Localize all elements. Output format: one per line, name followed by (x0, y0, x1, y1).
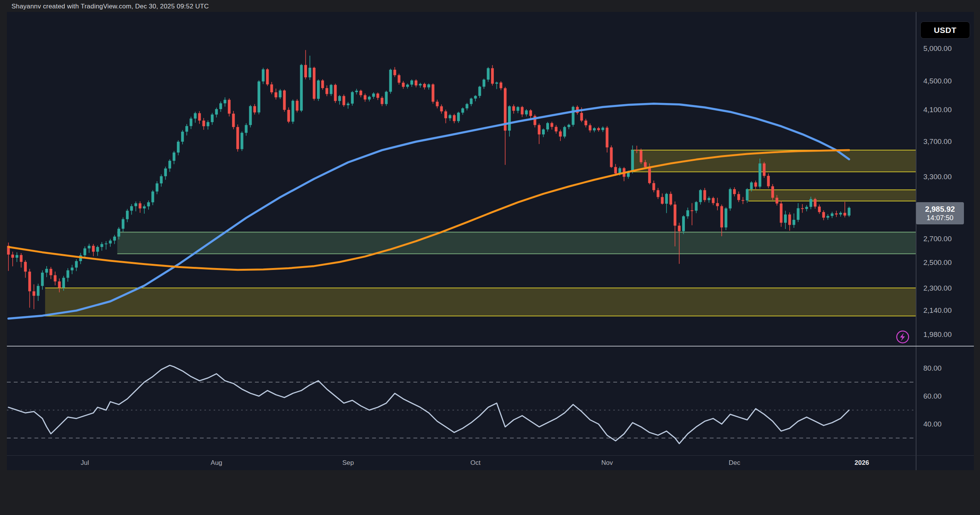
candle-body (788, 214, 791, 225)
candle-body (343, 96, 345, 105)
candle-body (71, 268, 74, 270)
candle-body (542, 129, 545, 134)
candle-body (453, 115, 456, 121)
candle-body (419, 84, 421, 85)
time-axis-label-oct: Oct (470, 459, 480, 467)
candle-body (100, 244, 103, 247)
candle-body (512, 106, 515, 111)
candle-body (495, 83, 498, 84)
candle-body (470, 98, 472, 104)
rsi-pane-separator (7, 455, 974, 456)
candle-body (729, 189, 732, 208)
candle-body (33, 291, 35, 296)
candle-body (478, 87, 481, 96)
candle-body (181, 132, 184, 142)
candle-body (83, 249, 86, 255)
footer-bar: TradingView (0, 470, 980, 515)
candle-body (563, 127, 566, 137)
rsi-line (8, 365, 849, 443)
candle-body (168, 161, 171, 168)
candle-body (640, 150, 642, 162)
candle-body (45, 269, 48, 273)
candle-body (597, 128, 600, 130)
candle-body (550, 123, 553, 127)
candle-body (415, 80, 417, 85)
candle-body (130, 206, 133, 211)
candle-body (500, 83, 502, 88)
zone-support-green (117, 232, 916, 254)
candle-body (644, 162, 647, 167)
time-axis-label-aug: Aug (211, 459, 222, 467)
candle-body (266, 69, 269, 84)
candle-body (763, 163, 766, 176)
candle-body (75, 261, 78, 268)
candle-body (546, 123, 549, 129)
candle-body (309, 68, 311, 77)
price-axis-label: 3,300.00 (923, 173, 952, 181)
candle-body (457, 113, 460, 121)
candle-body (381, 98, 383, 104)
candle-body (835, 213, 838, 214)
candle-body (54, 275, 56, 281)
candle-body (771, 186, 774, 198)
candle-body (203, 121, 205, 126)
candle-body (585, 121, 587, 125)
price-axis-border (916, 12, 916, 470)
currency-badge[interactable]: USDT (920, 21, 970, 39)
tradingview-snapshot: Shayannv created with TradingView.com, D… (0, 0, 980, 515)
candle-body (11, 255, 14, 258)
candle-body (516, 107, 519, 111)
candle-body (211, 114, 214, 122)
time-axis-label-nov: Nov (601, 459, 613, 467)
rsi-axis-label: 60.00 (923, 392, 942, 401)
candle-body (538, 125, 541, 135)
zone-support-deep (45, 288, 916, 316)
candlestick-chart[interactable] (0, 0, 980, 515)
price-axis-label: 4,100.00 (923, 106, 952, 114)
candle-body (173, 152, 175, 160)
candle-body (372, 93, 375, 96)
candle-body (686, 210, 689, 216)
candle-body (368, 97, 371, 100)
candle-body (593, 128, 596, 131)
pane-separator[interactable] (7, 346, 974, 347)
rsi-axis-label: 40.00 (923, 420, 942, 428)
candle-body (431, 84, 434, 101)
candle-body (355, 91, 358, 92)
candle-body (313, 68, 315, 99)
candle-body (334, 85, 336, 101)
candle-body (444, 111, 447, 118)
candle-body (657, 190, 659, 197)
candle-body (572, 107, 574, 125)
candle-body (41, 273, 44, 286)
candle-body (325, 88, 328, 94)
candle-body (283, 90, 286, 110)
candle-body (818, 206, 821, 212)
candle-body (661, 197, 663, 204)
candle-body (376, 93, 379, 98)
candle-body (746, 189, 748, 200)
candle-body (189, 119, 192, 126)
candle-body (491, 68, 494, 83)
price-axis-label: 2,500.00 (923, 258, 952, 267)
candle-body (529, 110, 532, 116)
candle-body (423, 84, 426, 87)
candle-body (16, 255, 18, 258)
candle-body (559, 131, 562, 136)
candle-body (304, 65, 307, 77)
candle-body (695, 202, 697, 211)
candle-body (215, 109, 218, 114)
current-price-value: 2,985.92 (925, 204, 955, 214)
candle-body (143, 206, 145, 208)
candle-body (279, 90, 281, 97)
candle-body (652, 183, 655, 190)
candle-body (440, 106, 443, 111)
candle-body (28, 271, 31, 291)
candle-body (742, 200, 744, 201)
candle-body (389, 70, 392, 92)
candle-body (780, 203, 782, 222)
candle-body (826, 216, 829, 217)
candle-body (185, 126, 188, 132)
candle-body (296, 101, 299, 111)
candle-body (814, 199, 817, 207)
